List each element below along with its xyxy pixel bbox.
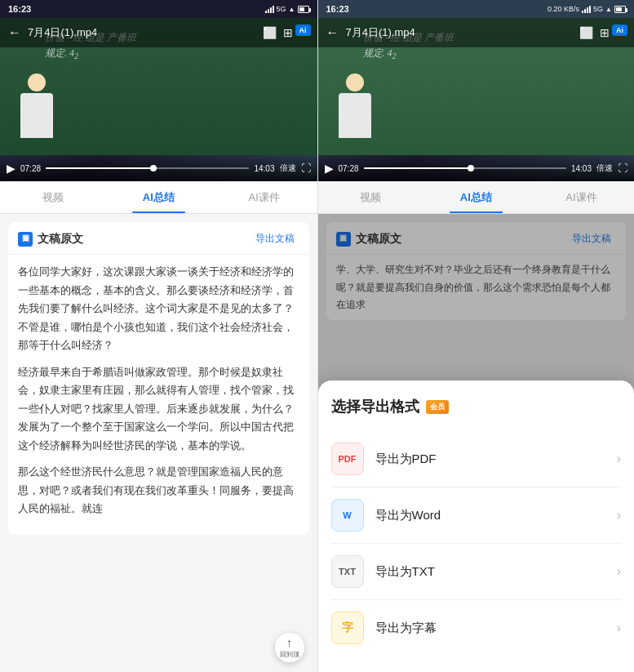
play-button-left[interactable]: ▶ xyxy=(7,162,16,175)
video-title-left: 7月4日(1).mp4 xyxy=(28,25,256,40)
video-player-right[interactable]: 价值 - 经 组是 产番班 规定. 42 ← 7月4日(1).mp4 ⬜ ⊞ ·… xyxy=(318,18,635,181)
export-option-txt[interactable]: TXT 导出为TXT › xyxy=(331,544,622,600)
scroll-up-arrow: ↑ xyxy=(286,636,292,649)
txt-arrow: › xyxy=(617,564,621,579)
paragraph-2: 经济最早来自于希腊语叫做家政管理。那个时候是奴隶社会，奴隶主家里有庄园，那么就得… xyxy=(18,363,299,456)
right-panel: 16:23 0.20 KB/s 5G ▲ 价值 - 经 组是 产番班 规定. 4… xyxy=(317,0,635,672)
total-time-left: 14:03 xyxy=(254,164,274,173)
current-time-right: 07:28 xyxy=(339,164,359,173)
tab-video-left[interactable]: 视频 xyxy=(0,181,106,213)
export-pdf-label: 导出为PDF xyxy=(375,452,617,467)
tab-ai-summary-left[interactable]: AI总结 xyxy=(106,181,212,213)
video-top-nav-right: ← 7月4日(1).mp4 ⬜ ⊞ ··· xyxy=(318,18,635,47)
battery-icon-right xyxy=(614,6,626,13)
fullscreen-button-right[interactable]: ⛶ xyxy=(618,162,627,174)
manuscript-header-left: 圖 文稿原文 导出文稿 xyxy=(8,222,309,255)
export-modal-overlay[interactable]: 选择导出格式 会员 PDF 导出为PDF › W 导出为Word › T xyxy=(318,214,635,672)
share-icon-right[interactable]: ⊞ xyxy=(600,26,610,39)
network-type: 5G xyxy=(277,5,286,13)
subtitle-arrow: › xyxy=(617,621,621,635)
progress-dot-right xyxy=(468,165,474,171)
tabs-bar-left: 视频 AI总结 AI课件 xyxy=(0,181,317,214)
export-btn-left[interactable]: 导出文稿 xyxy=(250,230,299,247)
tv-icon[interactable]: ⬜ xyxy=(263,26,277,39)
video-controls-right: ▶ 07:28 14:03 倍速 ⛶ xyxy=(318,155,635,181)
video-player-left[interactable]: 价值 - 经 组是 产番班 规定. 42 ← 7月4日(1).mp4 ⬜ ⊞ ·… xyxy=(0,18,317,181)
export-option-subtitle[interactable]: 字 导出为字幕 › xyxy=(331,600,622,656)
status-bar-right: 16:23 0.20 KB/s 5G ▲ xyxy=(318,0,635,18)
progress-fill-left xyxy=(46,167,153,169)
fullscreen-button-left[interactable]: ⛶ xyxy=(301,162,311,174)
share-icon[interactable]: ⊞ xyxy=(283,26,293,39)
back-button-right[interactable]: ← xyxy=(326,25,339,40)
export-modal-header: 选择导出格式 会员 xyxy=(331,397,622,416)
progress-fill-right xyxy=(364,167,472,169)
doc-icon-left: 圖 xyxy=(18,232,33,247)
word-icon: W xyxy=(331,499,364,532)
pdf-icon: PDF xyxy=(331,443,364,475)
network-type-right: 5G xyxy=(593,5,603,13)
manuscript-title-row: 圖 文稿原文 xyxy=(18,232,83,247)
subtitle-icon: 字 xyxy=(331,612,364,644)
battery-icon xyxy=(298,6,309,13)
progress-bar-right[interactable] xyxy=(364,167,566,169)
word-arrow: › xyxy=(617,508,621,523)
data-speed: 0.20 KB/s xyxy=(548,5,579,13)
status-time-right: 16:23 xyxy=(326,4,349,14)
export-modal: 选择导出格式 会员 PDF 导出为PDF › W 导出为Word › T xyxy=(318,381,635,672)
wifi-icon: ▲ xyxy=(289,6,295,13)
paragraph-1: 各位同学大家好，这次课跟大家谈一谈关于经济和经济学的一些基本的概念，基本的含义。… xyxy=(18,263,299,355)
ai-badge-left: Ai xyxy=(295,24,311,36)
video-controls-left: ▶ 07:28 14:03 倍速 ⛶ xyxy=(0,155,317,181)
paragraph-3: 那么这个经世济民什么意思？就是管理国家造福人民的意思，对吧？或者我们有现在我们改… xyxy=(18,463,299,518)
status-bar-left: 16:23 5G ▲ xyxy=(0,0,317,18)
scroll-up-label: 回到顶 xyxy=(280,650,299,659)
wifi-icon-right: ▲ xyxy=(605,6,612,13)
play-button-right[interactable]: ▶ xyxy=(325,162,334,175)
ai-badge-right: Ai xyxy=(612,24,627,36)
teacher-figure-right xyxy=(326,73,384,155)
total-time-right: 14:03 xyxy=(571,164,592,173)
status-time-left: 16:23 xyxy=(8,4,31,14)
export-option-pdf[interactable]: PDF 导出为PDF › xyxy=(331,431,622,487)
back-button-left[interactable]: ← xyxy=(8,25,21,40)
tab-ai-summary-right[interactable]: AI总结 xyxy=(423,181,529,213)
manuscript-card-left: 圖 文稿原文 导出文稿 各位同学大家好，这次课跟大家谈一谈关于经济和经济学的一些… xyxy=(8,222,309,535)
left-panel: 16:23 5G ▲ 价值 - 经 组是 产番班 规定. 42 xyxy=(0,0,317,672)
signal-icon xyxy=(265,6,274,13)
vip-badge: 会员 xyxy=(426,400,449,414)
export-modal-title: 选择导出格式 xyxy=(331,397,419,416)
export-subtitle-label: 导出为字幕 xyxy=(375,621,617,636)
tab-video-right[interactable]: 视频 xyxy=(318,181,423,213)
txt-icon: TXT xyxy=(331,555,364,588)
speed-button-left[interactable]: 倍速 xyxy=(280,162,296,174)
video-top-nav-left: ← 7月4日(1).mp4 ⬜ ⊞ ··· xyxy=(0,18,317,47)
content-area-left: 圖 文稿原文 导出文稿 各位同学大家好，这次课跟大家谈一谈关于经济和经济学的一些… xyxy=(0,214,317,672)
pdf-arrow: › xyxy=(617,452,621,466)
tv-icon-right[interactable]: ⬜ xyxy=(579,26,593,39)
export-word-label: 导出为Word xyxy=(375,508,617,523)
export-txt-label: 导出为TXT xyxy=(375,564,617,580)
status-icons-right: 0.20 KB/s 5G ▲ xyxy=(548,5,626,13)
scroll-up-button-left[interactable]: ↑ 回到顶 xyxy=(275,633,304,662)
status-icons-left: 5G ▲ xyxy=(265,5,309,13)
teacher-figure xyxy=(8,73,65,155)
speed-button-right[interactable]: 倍速 xyxy=(596,162,613,174)
content-area-right: 圖 文稿原文 导出文稿 学、大学、研究生对不对？毕业之后还有一个终身教育是干什么… xyxy=(318,214,635,672)
progress-bar-left[interactable] xyxy=(46,167,249,169)
tabs-bar-right: 视频 AI总结 AI课件 xyxy=(318,181,635,214)
tab-ai-courseware-right[interactable]: AI课件 xyxy=(529,181,634,213)
manuscript-body-left: 各位同学大家好，这次课跟大家谈一谈关于经济和经济学的一些基本的概念，基本的含义。… xyxy=(8,255,309,535)
export-option-word[interactable]: W 导出为Word › xyxy=(331,487,622,544)
signal-icon-right xyxy=(582,6,591,13)
tab-ai-courseware-left[interactable]: AI课件 xyxy=(211,181,317,213)
progress-dot-left xyxy=(150,165,157,171)
manuscript-title-left: 文稿原文 xyxy=(38,232,83,247)
current-time-left: 07:28 xyxy=(20,164,41,173)
video-title-right: 7月4日(1).mp4 xyxy=(346,25,574,40)
